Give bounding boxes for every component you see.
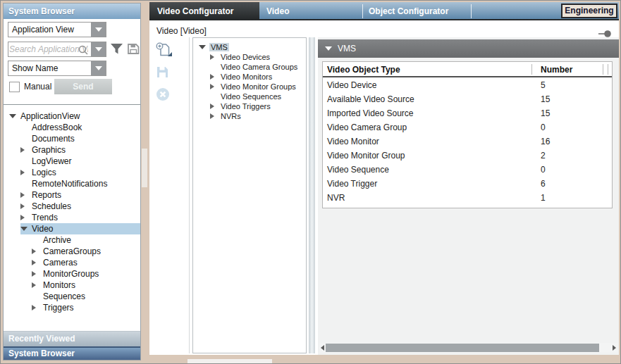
search-combo[interactable] xyxy=(8,42,106,57)
save-filter-icon[interactable] xyxy=(127,43,140,58)
tree-item-video-sequences[interactable]: Video Sequences xyxy=(210,92,306,101)
add-new-object-button[interactable] xyxy=(156,42,173,60)
recently-viewed-bar[interactable]: Recently Viewed xyxy=(4,331,140,346)
collapse-arrow-icon[interactable] xyxy=(20,227,32,231)
filter-icon[interactable] xyxy=(110,43,123,58)
tree-item-video-devices[interactable]: Video Devices xyxy=(210,52,306,62)
search-input[interactable] xyxy=(9,43,88,56)
expand-arrow-icon[interactable] xyxy=(20,192,32,198)
tree-item-logics[interactable]: Logics xyxy=(20,167,140,178)
table-row[interactable]: Video Camera Group0 xyxy=(323,120,612,134)
expand-arrow-icon[interactable] xyxy=(20,203,32,209)
expand-arrow-icon[interactable] xyxy=(210,54,221,60)
tree-item-cameragroups[interactable]: CameraGroups xyxy=(32,246,140,257)
collapse-arrow-icon[interactable] xyxy=(199,45,209,49)
send-button[interactable]: Send xyxy=(54,79,112,94)
tree-item-addressbook[interactable]: AddressBook xyxy=(20,122,140,133)
tree-item-label: Video xyxy=(32,224,53,234)
object-type-cell: Video Monitor Group xyxy=(327,151,405,161)
tab-separator xyxy=(471,4,472,18)
left-panel-scrollbar[interactable] xyxy=(142,149,147,187)
tree-item-remotenotifications[interactable]: RemoteNotifications xyxy=(20,178,140,189)
tree-item-label: Video Triggers xyxy=(221,102,271,111)
tree-item-logviewer[interactable]: LogViewer xyxy=(20,156,140,167)
tab-video[interactable]: Video xyxy=(259,2,362,20)
view-mode-dropdown[interactable]: Application View xyxy=(8,22,106,37)
system-browser-bar[interactable]: System Browser xyxy=(4,346,140,360)
tree-item-graphics[interactable]: Graphics xyxy=(20,144,140,156)
tree-item-schedules[interactable]: Schedules xyxy=(20,201,140,212)
object-count-cell: 0 xyxy=(541,123,546,132)
panel-splitter[interactable] xyxy=(309,37,315,353)
collapse-arrow-icon[interactable] xyxy=(9,114,20,118)
expand-arrow-icon[interactable] xyxy=(20,215,32,220)
expand-arrow-icon[interactable] xyxy=(210,74,221,80)
column-separator[interactable] xyxy=(603,64,603,75)
chevron-down-icon[interactable] xyxy=(91,23,106,37)
chevron-down-icon[interactable] xyxy=(91,42,106,56)
tree-item-video-camera-groups[interactable]: Video Camera Groups xyxy=(210,62,306,72)
expand-arrow-icon[interactable] xyxy=(325,46,332,51)
tree-item-nvrs[interactable]: NVRs xyxy=(210,111,306,121)
expand-arrow-icon[interactable] xyxy=(32,271,43,277)
tree-item-video-monitors[interactable]: Video Monitors xyxy=(210,72,306,82)
tree-item-sequences[interactable]: Sequences xyxy=(32,291,140,302)
object-type-cell: Video Monitor xyxy=(327,137,379,146)
tree-item-documents[interactable]: Documents xyxy=(20,133,140,144)
tree-item-label: Archive xyxy=(43,235,71,245)
table-row[interactable]: Video Device5 xyxy=(323,77,612,92)
expand-arrow-icon[interactable] xyxy=(210,103,221,109)
chevron-down-icon[interactable] xyxy=(91,61,106,75)
column-separator[interactable] xyxy=(608,64,608,75)
tree-item-label: NVRs xyxy=(221,112,241,120)
expand-arrow-icon[interactable] xyxy=(32,305,43,310)
expand-arrow-icon[interactable] xyxy=(210,84,221,89)
column-header-number[interactable]: Number xyxy=(541,65,572,75)
tree-item-monitorgroups[interactable]: MonitorGroups xyxy=(32,268,140,280)
table-row[interactable]: Video Monitor Group2 xyxy=(323,148,612,162)
expand-arrow-icon[interactable] xyxy=(32,249,43,254)
column-header-type[interactable]: Video Object Type xyxy=(327,65,400,75)
tab-video-configurator[interactable]: Video Configurator xyxy=(149,2,259,20)
horizontal-scrollbar[interactable] xyxy=(319,343,617,353)
save-button[interactable] xyxy=(156,65,169,82)
expand-arrow-icon[interactable] xyxy=(32,260,43,265)
tree-item-archive[interactable]: Archive xyxy=(32,234,140,246)
expand-arrow-icon[interactable] xyxy=(210,113,221,119)
tree-item-cameras[interactable]: Cameras xyxy=(32,257,140,268)
expand-arrow-icon[interactable] xyxy=(20,147,32,153)
expand-arrow-icon[interactable] xyxy=(20,170,32,175)
scroll-right-icon[interactable] xyxy=(613,345,616,351)
tree-item-monitors[interactable]: Monitors xyxy=(32,280,140,291)
object-count-cell: 0 xyxy=(541,165,546,175)
tab-object-configurator[interactable]: Object Configurator xyxy=(362,2,471,20)
expand-arrow-icon[interactable] xyxy=(32,282,43,288)
object-count-cell: 1 xyxy=(541,193,546,203)
table-row[interactable]: Video Trigger6 xyxy=(323,176,612,190)
tree-item-label: Triggers xyxy=(43,303,74,313)
table-row[interactable]: Available Video Source15 xyxy=(323,92,612,106)
table-row[interactable]: Video Sequence0 xyxy=(323,162,612,176)
tree-item-label: ApplicationView xyxy=(20,111,80,121)
table-row[interactable]: Video Monitor16 xyxy=(323,134,612,148)
vms-section-header[interactable]: VMS xyxy=(318,39,619,58)
manual-checkbox[interactable] xyxy=(9,82,20,92)
table-row[interactable]: NVR1 xyxy=(323,190,612,204)
tree-item-video[interactable]: Video xyxy=(20,223,140,234)
scrollbar-thumb[interactable] xyxy=(326,344,599,352)
tree-item-reports[interactable]: Reports xyxy=(20,189,140,201)
column-separator[interactable] xyxy=(531,64,532,75)
scroll-left-icon[interactable] xyxy=(321,345,324,351)
table-row[interactable]: Imported Video Source15 xyxy=(323,106,612,120)
tree-item-label: Video Monitors xyxy=(221,73,272,81)
engineering-mode-button[interactable]: Engineering xyxy=(561,4,617,18)
delete-button[interactable] xyxy=(156,87,170,104)
show-name-dropdown[interactable]: Show Name xyxy=(8,61,106,76)
tree-item-vms[interactable]: VMS xyxy=(199,42,306,52)
tree-item-triggers[interactable]: Triggers xyxy=(32,302,140,313)
tree-item-video-monitor-groups[interactable]: Video Monitor Groups xyxy=(210,82,306,92)
toolbar-divider xyxy=(189,37,190,353)
tree-item-trends[interactable]: Trends xyxy=(20,212,140,223)
tree-item-applicationview[interactable]: ApplicationView xyxy=(9,111,140,122)
tree-item-video-triggers[interactable]: Video Triggers xyxy=(210,101,306,111)
